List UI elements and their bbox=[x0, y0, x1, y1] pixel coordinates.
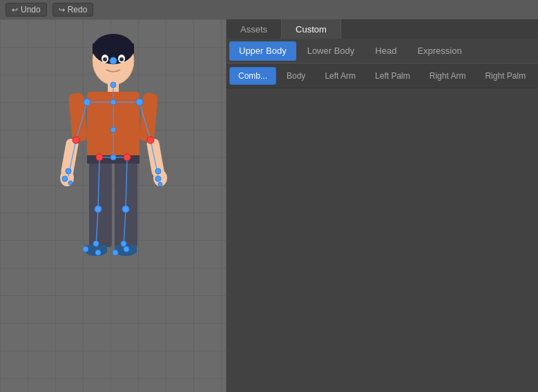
tab-lower-body[interactable]: Lower Body bbox=[298, 41, 365, 61]
svg-point-46 bbox=[68, 181, 73, 185]
svg-point-42 bbox=[147, 137, 154, 144]
tab-body[interactable]: Body bbox=[278, 67, 314, 85]
tab-right-arm-label: Right Arm bbox=[430, 71, 466, 81]
svg-point-41 bbox=[73, 137, 79, 144]
redo-button[interactable]: ↪ Redo bbox=[52, 3, 94, 17]
svg-point-43 bbox=[66, 168, 71, 174]
tab-bar-top: Assets Custom bbox=[227, 19, 538, 39]
svg-point-34 bbox=[110, 57, 117, 64]
svg-point-56 bbox=[95, 250, 101, 255]
svg-point-35 bbox=[111, 82, 116, 88]
tab-head-label: Head bbox=[375, 46, 396, 56]
svg-point-48 bbox=[158, 182, 162, 186]
tab-expression-label: Expression bbox=[417, 46, 461, 56]
tab-custom-label: Custom bbox=[296, 24, 327, 35]
svg-point-55 bbox=[83, 246, 88, 252]
svg-point-6 bbox=[119, 57, 124, 61]
svg-point-40 bbox=[136, 99, 143, 106]
svg-point-54 bbox=[121, 241, 126, 246]
tab-assets[interactable]: Assets bbox=[227, 19, 282, 39]
tab-assets-label: Assets bbox=[240, 24, 267, 35]
svg-point-47 bbox=[155, 176, 161, 182]
svg-point-50 bbox=[124, 154, 131, 161]
toolbar: ↩ Undo ↪ Redo bbox=[0, 0, 538, 19]
tab-left-palm[interactable]: Left Palm bbox=[366, 67, 419, 85]
svg-point-45 bbox=[62, 176, 68, 182]
tab-lower-body-label: Lower Body bbox=[307, 46, 355, 56]
undo-label: Undo bbox=[21, 5, 41, 14]
tab-custom[interactable]: Custom bbox=[282, 19, 341, 39]
undo-button[interactable]: ↩ Undo bbox=[6, 3, 47, 17]
main-container: Assets Custom Upper Body Lower Body Head… bbox=[0, 19, 538, 392]
svg-point-58 bbox=[124, 246, 129, 252]
tab-upper-body[interactable]: Upper Body bbox=[229, 41, 296, 61]
svg-point-53 bbox=[93, 241, 99, 246]
tab-right-palm[interactable]: Right Palm bbox=[476, 67, 535, 85]
svg-point-52 bbox=[122, 206, 129, 213]
right-panel: Assets Custom Upper Body Lower Body Head… bbox=[227, 19, 538, 392]
tab-left-arm[interactable]: Left Arm bbox=[316, 67, 365, 85]
tab-combo-label: Comb... bbox=[238, 71, 267, 81]
svg-point-51 bbox=[95, 206, 102, 213]
svg-point-49 bbox=[96, 154, 103, 161]
tab-combo[interactable]: Comb... bbox=[229, 67, 276, 85]
character-container bbox=[0, 19, 226, 392]
svg-rect-2 bbox=[93, 43, 134, 54]
tab-right-palm-label: Right Palm bbox=[485, 71, 526, 81]
svg-point-44 bbox=[155, 168, 161, 174]
redo-label: Redo bbox=[68, 5, 88, 14]
tab-left-arm-label: Left Arm bbox=[325, 71, 356, 81]
tab-head[interactable]: Head bbox=[365, 41, 406, 61]
svg-point-37 bbox=[111, 127, 116, 133]
svg-point-5 bbox=[103, 57, 107, 61]
svg-point-38 bbox=[111, 155, 116, 160]
undo-icon: ↩ bbox=[12, 6, 18, 14]
svg-point-39 bbox=[84, 99, 90, 106]
tab-left-palm-label: Left Palm bbox=[375, 71, 410, 81]
redo-icon: ↪ bbox=[59, 6, 65, 14]
content-area bbox=[227, 88, 538, 392]
svg-point-36 bbox=[111, 99, 116, 105]
canvas-panel bbox=[0, 19, 227, 392]
svg-rect-16 bbox=[89, 157, 112, 247]
tab-right-arm[interactable]: Right Arm bbox=[421, 67, 475, 85]
tab-expression[interactable]: Expression bbox=[407, 41, 471, 61]
tab-body-label: Body bbox=[287, 71, 305, 81]
character-svg bbox=[44, 23, 182, 389]
svg-point-57 bbox=[113, 250, 118, 255]
tab-upper-body-label: Upper Body bbox=[239, 46, 287, 56]
tab-bar-third: Comb... Body Left Arm Left Palm Right Ar… bbox=[227, 63, 538, 88]
tab-bar-second: Upper Body Lower Body Head Expression bbox=[227, 39, 538, 63]
